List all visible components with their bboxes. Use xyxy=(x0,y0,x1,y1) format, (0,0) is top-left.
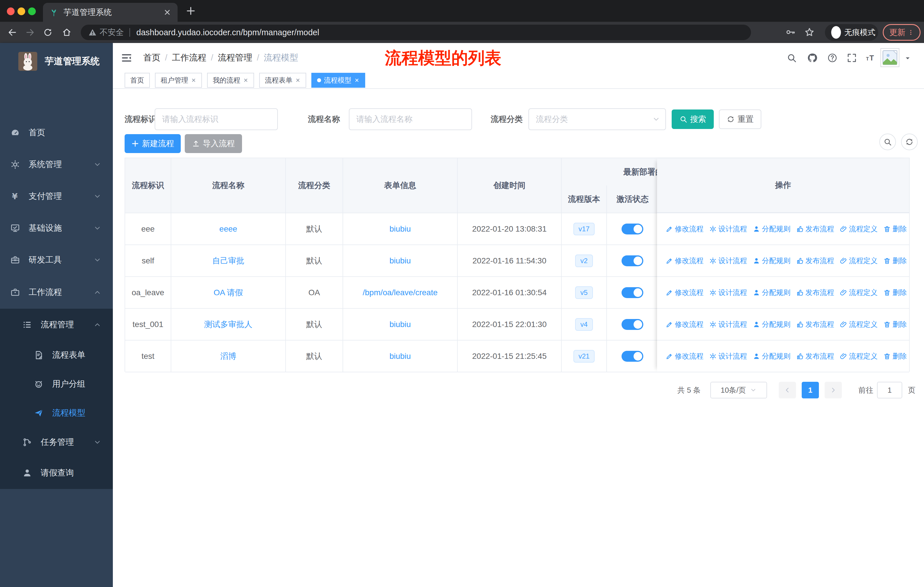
create-process-button[interactable]: 新建流程 xyxy=(125,134,181,153)
window-close-button[interactable] xyxy=(7,7,15,15)
assign-rule-link[interactable]: 分配规则 xyxy=(753,224,790,233)
password-key-icon[interactable] xyxy=(785,27,796,37)
edit-process-link[interactable]: 修改流程 xyxy=(666,256,703,265)
publish-process-link[interactable]: 发布流程 xyxy=(796,256,834,265)
tag-process-model[interactable]: 流程模型 xyxy=(311,73,365,88)
process-name-input[interactable]: 请输入流程名称 xyxy=(349,108,472,130)
font-size-icon[interactable]: TT xyxy=(866,53,876,63)
sidebar-item-devtools[interactable]: 研发工具 xyxy=(0,244,113,276)
sidebar-item-workflow[interactable]: 工作流程 xyxy=(0,276,113,309)
publish-process-link[interactable]: 发布流程 xyxy=(796,351,834,361)
publish-process-link[interactable]: 发布流程 xyxy=(796,224,834,233)
help-icon[interactable] xyxy=(827,53,838,63)
chrome-update-button[interactable]: 更新 xyxy=(883,24,921,41)
user-avatar[interactable] xyxy=(881,48,899,67)
form-info-link[interactable]: biubiu xyxy=(343,341,458,372)
version-tag[interactable]: v21 xyxy=(573,350,595,362)
assign-rule-link[interactable]: 分配规则 xyxy=(753,351,790,361)
version-tag[interactable]: v4 xyxy=(575,318,592,331)
sidebar-item-user-group[interactable]: 用户分组 xyxy=(0,369,113,398)
search-icon[interactable] xyxy=(787,53,797,63)
toggle-search-button[interactable] xyxy=(879,134,896,150)
process-key-input[interactable]: 请输入流程标识 xyxy=(155,108,278,130)
forward-icon[interactable] xyxy=(25,28,35,37)
active-toggle[interactable] xyxy=(622,255,643,266)
sidebar-item-home[interactable]: 首页 xyxy=(0,117,113,149)
new-tab-button[interactable] xyxy=(186,6,196,16)
tag-close-icon[interactable] xyxy=(243,78,248,83)
avatar-caret-down-icon[interactable] xyxy=(904,55,911,62)
sidebar-item-infra[interactable]: 基础设施 xyxy=(0,212,113,244)
breadcrumb-process-mgmt[interactable]: 流程管理 xyxy=(218,52,252,64)
process-name-link[interactable]: 测试多审批人 xyxy=(171,309,286,340)
import-process-button[interactable]: 导入流程 xyxy=(185,134,242,153)
sidebar-item-leave-query[interactable]: 请假查询 xyxy=(0,457,113,489)
tag-close-icon[interactable] xyxy=(295,78,300,83)
tag-my-process[interactable]: 我的流程 xyxy=(207,73,254,88)
page-1-button[interactable]: 1 xyxy=(802,382,819,398)
assign-rule-link[interactable]: 分配规则 xyxy=(753,288,790,297)
design-process-link[interactable]: 设计流程 xyxy=(709,224,747,233)
form-info-link[interactable]: /bpm/oa/leave/create xyxy=(343,277,458,308)
menu-fold-icon[interactable] xyxy=(121,52,132,64)
process-name-link[interactable]: OA 请假 xyxy=(171,277,286,308)
design-process-link[interactable]: 设计流程 xyxy=(709,351,747,361)
process-definition-link[interactable]: 流程定义 xyxy=(840,319,878,329)
tag-tenant[interactable]: 租户管理 xyxy=(155,73,202,88)
reload-icon[interactable] xyxy=(43,28,53,37)
sidebar-item-system[interactable]: 系统管理 xyxy=(0,149,113,180)
edit-process-link[interactable]: 修改流程 xyxy=(666,351,703,361)
design-process-link[interactable]: 设计流程 xyxy=(709,256,747,265)
app-logo-row[interactable]: 芋道管理系统 xyxy=(0,48,113,75)
form-info-link[interactable]: biubiu xyxy=(343,309,458,340)
sidebar-item-task-mgmt[interactable]: 任务管理 xyxy=(0,427,113,457)
process-definition-link[interactable]: 流程定义 xyxy=(840,351,878,361)
publish-process-link[interactable]: 发布流程 xyxy=(796,319,834,329)
delete-link[interactable]: 删除 xyxy=(883,288,907,297)
window-minimize-button[interactable] xyxy=(18,7,25,15)
prev-page-button[interactable] xyxy=(779,382,796,398)
browser-tab[interactable]: 芋道管理系统 xyxy=(43,3,178,22)
home-icon[interactable] xyxy=(62,28,72,37)
active-toggle[interactable] xyxy=(622,223,643,235)
design-process-link[interactable]: 设计流程 xyxy=(709,288,747,297)
version-tag[interactable]: v2 xyxy=(575,255,592,267)
fullscreen-icon[interactable] xyxy=(846,53,857,63)
sidebar-item-process-mgmt[interactable]: 流程管理 xyxy=(0,309,113,341)
form-info-link[interactable]: biubiu xyxy=(343,213,458,245)
process-definition-link[interactable]: 流程定义 xyxy=(840,288,878,297)
goto-page-input[interactable]: 1 xyxy=(877,382,902,398)
delete-link[interactable]: 删除 xyxy=(883,351,907,361)
delete-link[interactable]: 删除 xyxy=(883,256,907,265)
tag-process-form[interactable]: 流程表单 xyxy=(259,73,306,88)
category-select[interactable]: 流程分类 xyxy=(528,108,666,130)
design-process-link[interactable]: 设计流程 xyxy=(709,319,747,329)
bookmark-star-icon[interactable] xyxy=(804,27,815,37)
active-toggle[interactable] xyxy=(622,319,643,330)
delete-link[interactable]: 删除 xyxy=(883,224,907,233)
process-definition-link[interactable]: 流程定义 xyxy=(840,224,878,233)
tag-home[interactable]: 首页 xyxy=(125,73,150,88)
page-size-select[interactable]: 10条/页 xyxy=(710,382,767,398)
tab-close-icon[interactable] xyxy=(163,8,171,17)
more-menu-icon[interactable] xyxy=(908,29,914,36)
assign-rule-link[interactable]: 分配规则 xyxy=(753,256,790,265)
address-bar[interactable]: 不安全 dashboard.yudao.iocoder.cn/bpm/manag… xyxy=(81,25,751,40)
refresh-table-button[interactable] xyxy=(901,134,918,150)
next-page-button[interactable] xyxy=(825,382,842,398)
assign-rule-link[interactable]: 分配规则 xyxy=(753,319,790,329)
form-info-link[interactable]: biubiu xyxy=(343,245,458,276)
back-icon[interactable] xyxy=(7,28,17,37)
edit-process-link[interactable]: 修改流程 xyxy=(666,319,703,329)
window-zoom-button[interactable] xyxy=(28,7,36,15)
breadcrumb-workflow[interactable]: 工作流程 xyxy=(172,52,206,64)
reset-button[interactable]: 重置 xyxy=(719,109,761,129)
active-toggle[interactable] xyxy=(622,351,643,362)
tag-close-icon[interactable] xyxy=(191,78,196,83)
process-name-link[interactable]: 自己审批 xyxy=(171,245,286,276)
breadcrumb-home[interactable]: 首页 xyxy=(143,52,160,64)
sidebar-item-payment[interactable]: ¥ 支付管理 xyxy=(0,180,113,212)
process-definition-link[interactable]: 流程定义 xyxy=(840,256,878,265)
process-name-link[interactable]: 滔博 xyxy=(171,341,286,372)
sidebar-item-process-form[interactable]: 流程表单 xyxy=(0,341,113,369)
